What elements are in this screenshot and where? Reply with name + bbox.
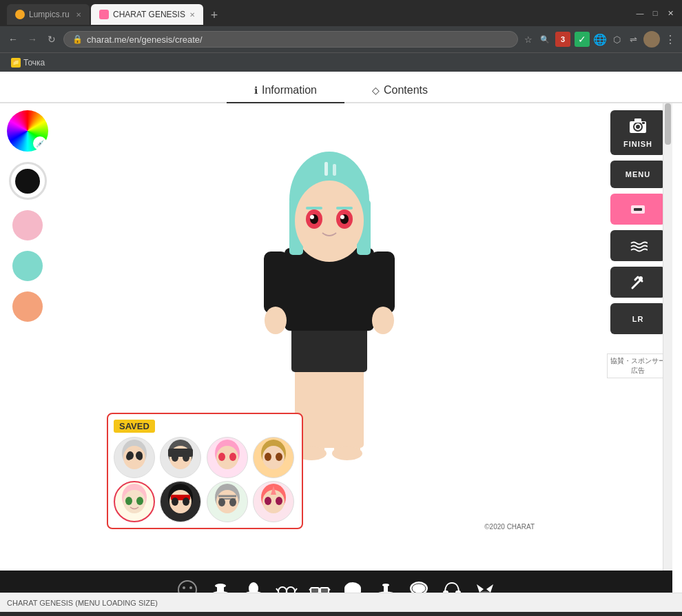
forward-button[interactable]: →: [25, 32, 40, 47]
search-icon[interactable]: 🔍: [539, 33, 551, 45]
color-swatch-teal[interactable]: [12, 251, 43, 281]
extensions-icon[interactable]: ⬡: [610, 33, 623, 45]
star-icon[interactable]: ☆: [522, 33, 535, 45]
extension-icon-3[interactable]: 🌐: [594, 33, 606, 45]
menu-button[interactable]: MENU: [610, 161, 665, 188]
preset-item-4[interactable]: [253, 437, 294, 478]
svg-rect-19: [306, 207, 322, 209]
profile-icon[interactable]: [643, 31, 660, 48]
back-button[interactable]: ←: [6, 32, 21, 47]
svg-point-32: [136, 451, 143, 460]
lr-button[interactable]: LR: [610, 303, 665, 334]
color-black-inner: [15, 169, 40, 194]
presets-grid: [114, 437, 296, 522]
eraser-button[interactable]: [610, 194, 665, 225]
right-panel: FINISH MENU: [603, 103, 672, 571]
svg-rect-24: [334, 372, 360, 455]
refresh-button[interactable]: ↻: [44, 32, 59, 47]
svg-point-48: [125, 497, 132, 505]
svg-point-17: [310, 215, 314, 219]
scrollbar-thumb[interactable]: [665, 103, 671, 145]
svg-marker-105: [477, 584, 484, 593]
color-wheel[interactable]: 💉: [7, 110, 48, 152]
preset-item-1[interactable]: [114, 437, 155, 478]
tab-contents[interactable]: ◇ Contents: [344, 79, 455, 103]
tab-charat[interactable]: CHARAT GENESIS ✕: [91, 4, 203, 25]
svg-point-26: [332, 446, 362, 460]
svg-point-41: [229, 453, 236, 461]
eyedropper-icon: 💉: [33, 136, 47, 150]
svg-point-82: [278, 587, 287, 593]
tab-lumpics[interactable]: Lumpics.ru ✕: [7, 4, 90, 25]
menu-label: MENU: [626, 170, 650, 178]
more-icon[interactable]: ⋮: [664, 33, 676, 45]
svg-point-99: [382, 584, 389, 586]
sync-icon[interactable]: ⇌: [627, 33, 639, 45]
color-swatch-peach[interactable]: [12, 291, 43, 322]
preset-item-8[interactable]: [253, 481, 294, 522]
browser-chrome: Lumpics.ru ✕ CHARAT GENESIS ✕ + — □ ✕ ← …: [0, 0, 682, 72]
svg-point-18: [340, 215, 344, 219]
svg-point-68: [636, 125, 640, 129]
bookmark-tochka[interactable]: 📁 Точка: [7, 57, 49, 69]
address-input[interactable]: 🔒 charat.me/en/genesis/create/: [63, 31, 518, 48]
extension-icon-2[interactable]: ✓: [575, 32, 590, 47]
svg-point-75: [183, 586, 185, 589]
toolbar-icon-mask[interactable]: [340, 577, 365, 593]
svg-point-45: [276, 453, 282, 461]
toolbar-icon-sunglasses[interactable]: [307, 577, 332, 593]
toolbar-icon-hat2[interactable]: [241, 577, 266, 593]
svg-point-53: [172, 497, 178, 506]
svg-point-12: [295, 181, 364, 260]
finish-button[interactable]: FINISH: [610, 110, 665, 155]
toolbar-icon-beret[interactable]: [406, 577, 431, 593]
settings-button[interactable]: [610, 267, 665, 298]
svg-rect-3: [264, 251, 288, 314]
minimize-button[interactable]: —: [635, 8, 645, 18]
page-tabs: ℹ Information ◇ Contents: [0, 72, 682, 103]
bookmark-folder-icon: 📁: [11, 58, 21, 68]
preset-item-6[interactable]: [160, 481, 201, 522]
webpage: ℹ Information ◇ Contents 💉: [0, 72, 682, 593]
preset-item-3[interactable]: [207, 437, 248, 478]
svg-rect-103: [444, 591, 448, 593]
preset-item-7[interactable]: [207, 481, 248, 522]
tab-information[interactable]: ℹ Information: [227, 79, 344, 103]
svg-line-92: [309, 589, 311, 591]
toolbar-icon-hat[interactable]: [208, 577, 233, 593]
close-button[interactable]: ✕: [665, 8, 675, 18]
toolbar-icon-headphone[interactable]: [440, 577, 464, 593]
color-swatch-pink[interactable]: [12, 210, 43, 240]
tab-information-label: Information: [262, 84, 317, 96]
bookmarks-bar: 📁 Точка: [0, 52, 682, 72]
svg-marker-106: [486, 584, 493, 593]
toolbar-icon-face[interactable]: [175, 577, 200, 593]
toolbar-icon-cat-ears[interactable]: [473, 577, 497, 593]
tab-lumpics-close[interactable]: ✕: [76, 11, 81, 19]
svg-point-36: [172, 453, 178, 462]
tab-charat-close[interactable]: ✕: [189, 11, 195, 19]
browser-action-icons: ☆ 🔍 3 ✓ 🌐 ⬡ ⇌ ⋮: [522, 31, 676, 48]
toolbar-icon-glasses[interactable]: [274, 577, 299, 593]
svg-point-59: [218, 498, 225, 506]
toolbar-icon-hat3[interactable]: [373, 577, 398, 593]
svg-rect-21: [324, 162, 328, 176]
layers-button[interactable]: [610, 230, 665, 261]
extension-icon-1[interactable]: 3: [555, 32, 570, 47]
svg-line-85: [295, 588, 297, 591]
new-tab-button[interactable]: +: [205, 6, 224, 25]
status-text: CHARAT GENESIS (MENU LOADING SIZE): [7, 599, 158, 607]
svg-point-54: [183, 497, 189, 506]
maximize-button[interactable]: □: [650, 8, 660, 18]
preset-item-2[interactable]: [160, 437, 201, 478]
window-controls: — □ ✕: [635, 8, 675, 18]
charat-favicon: [99, 10, 109, 19]
saved-label: SAVED: [114, 420, 155, 433]
finish-label: FINISH: [623, 140, 652, 148]
preset-item-5[interactable]: [114, 481, 155, 522]
svg-point-81: [249, 582, 258, 593]
color-selector[interactable]: [9, 162, 47, 200]
svg-point-76: [189, 586, 192, 589]
scrollbar[interactable]: [663, 103, 672, 571]
character-svg: [226, 110, 433, 462]
